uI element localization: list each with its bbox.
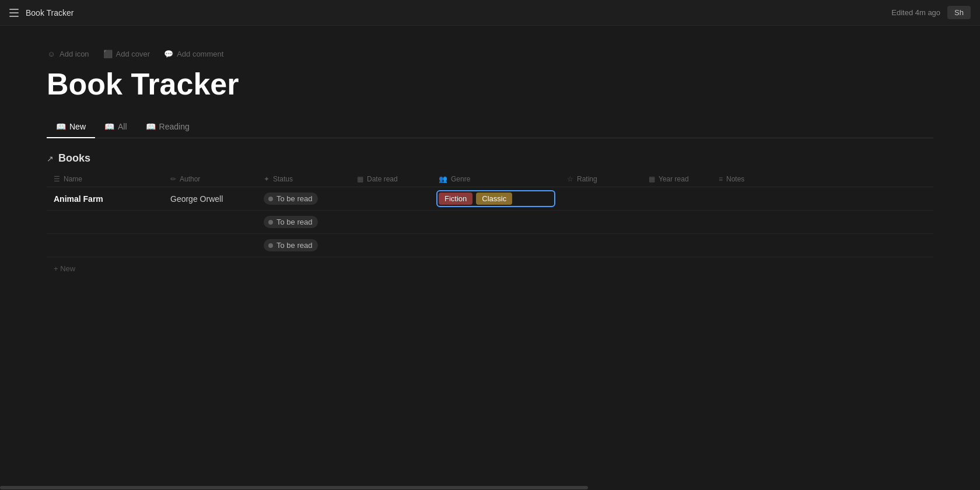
status-dot: [268, 220, 273, 225]
new-row-button[interactable]: + New: [47, 260, 82, 278]
status-badge: To be read: [264, 192, 318, 205]
cell-rating[interactable]: [560, 187, 642, 211]
table-row: To be read: [47, 234, 933, 257]
add-icon-button[interactable]: ☺ Add icon: [47, 49, 89, 58]
table-row: Animal Farm George Orwell To be read: [47, 187, 933, 211]
col-header-rating[interactable]: ☆ Rating: [560, 172, 642, 187]
tab-reading[interactable]: 📖 Reading: [136, 117, 199, 138]
genre-badge-fiction: Fiction: [439, 192, 473, 205]
col-header-name[interactable]: ☰ Name: [47, 172, 163, 187]
tabs-container: 📖 New 📖 All 📖 Reading: [47, 117, 933, 138]
share-button[interactable]: Sh: [947, 6, 971, 19]
author-col-icon: ✏: [170, 175, 176, 183]
add-comment-button[interactable]: 💬 Add comment: [164, 49, 223, 58]
cell-name[interactable]: [47, 211, 163, 234]
topbar: Book Tracker Edited 4m ago Sh: [0, 0, 980, 26]
tab-reading-icon: 📖: [146, 122, 156, 131]
tab-new[interactable]: 📖 New: [47, 117, 95, 138]
page-title: Book Tracker: [47, 68, 933, 101]
status-badge: To be read: [264, 216, 318, 228]
col-dateread-label: Date read: [367, 175, 398, 183]
cell-yearread[interactable]: [642, 211, 712, 234]
cell-name[interactable]: Animal Farm: [47, 187, 163, 211]
scrollbar-thumb[interactable]: [0, 486, 588, 489]
cell-status[interactable]: To be read: [257, 234, 350, 257]
add-cover-button[interactable]: ⬛ Add cover: [103, 49, 150, 58]
name-col-icon: ☰: [54, 175, 60, 183]
main-content: ☺ Add icon ⬛ Add cover 💬 Add comment Boo…: [0, 26, 980, 301]
cell-dateread[interactable]: [350, 187, 432, 211]
cell-genre[interactable]: [432, 234, 560, 257]
page-actions: ☺ Add icon ⬛ Add cover 💬 Add comment: [47, 49, 933, 58]
tab-all[interactable]: 📖 All: [95, 117, 136, 138]
status-col-icon: ✦: [264, 175, 270, 183]
cell-rating[interactable]: [560, 234, 642, 257]
table-body: Animal Farm George Orwell To be read: [47, 187, 933, 257]
status-dot: [268, 243, 273, 248]
cell-status[interactable]: To be read: [257, 211, 350, 234]
cell-author[interactable]: George Orwell: [163, 187, 257, 211]
add-comment-label: Add comment: [177, 50, 223, 58]
col-header-author[interactable]: ✏ Author: [163, 172, 257, 187]
cell-dateread[interactable]: [350, 211, 432, 234]
cell-dateread[interactable]: [350, 234, 432, 257]
status-dot: [268, 197, 273, 201]
cell-genre[interactable]: Fiction Classic: [432, 187, 560, 211]
yearread-col-icon: ▦: [649, 175, 655, 183]
cell-name[interactable]: [47, 234, 163, 257]
image-icon: ⬛: [103, 49, 113, 58]
status-value: To be read: [276, 194, 312, 203]
status-value: To be read: [276, 218, 312, 226]
col-name-label: Name: [64, 175, 82, 183]
cell-yearread[interactable]: [642, 234, 712, 257]
tab-reading-label: Reading: [159, 122, 190, 131]
cell-yearread[interactable]: [642, 187, 712, 211]
cell-rating[interactable]: [560, 211, 642, 234]
topbar-left: Book Tracker: [9, 8, 74, 18]
col-author-label: Author: [180, 175, 200, 183]
books-section: ↗ Books ☰ Name ✏ Author: [47, 152, 933, 278]
edited-timestamp: Edited 4m ago: [891, 8, 940, 17]
col-header-status[interactable]: ✦ Status: [257, 172, 350, 187]
topbar-right: Edited 4m ago Sh: [891, 6, 971, 19]
add-icon-label: Add icon: [60, 50, 89, 58]
status-badge: To be read: [264, 239, 318, 251]
section-title: Books: [58, 152, 90, 164]
comment-icon: 💬: [164, 49, 173, 58]
tab-all-icon: 📖: [104, 122, 114, 131]
cell-notes[interactable]: [712, 187, 933, 211]
cell-notes[interactable]: [712, 211, 933, 234]
cell-author[interactable]: [163, 234, 257, 257]
topbar-title: Book Tracker: [26, 8, 74, 18]
col-rating-label: Rating: [577, 175, 597, 183]
col-header-dateread[interactable]: ▦ Date read: [350, 172, 432, 187]
table-row: To be read: [47, 211, 933, 234]
tab-new-icon: 📖: [56, 122, 66, 131]
table-header-row: ☰ Name ✏ Author ✦ Status: [47, 172, 933, 187]
smiley-icon: ☺: [47, 49, 56, 58]
genre-badge-classic: Classic: [476, 192, 512, 205]
cell-notes[interactable]: [712, 234, 933, 257]
genre-cell: Fiction Classic: [439, 192, 553, 205]
cell-author[interactable]: [163, 211, 257, 234]
cell-genre[interactable]: [432, 211, 560, 234]
cell-status[interactable]: To be read: [257, 187, 350, 211]
tab-all-label: All: [118, 122, 127, 131]
dateread-col-icon: ▦: [357, 175, 363, 183]
status-value: To be read: [276, 241, 312, 250]
menu-icon[interactable]: [9, 9, 19, 17]
col-genre-label: Genre: [451, 175, 470, 183]
add-cover-label: Add cover: [116, 50, 150, 58]
col-header-notes[interactable]: ≡ Notes: [712, 172, 933, 187]
section-header: ↗ Books: [47, 152, 933, 164]
col-header-genre[interactable]: 👥 Genre: [432, 172, 560, 187]
tab-new-label: New: [69, 122, 86, 131]
genre-col-icon: 👥: [439, 175, 447, 183]
col-header-yearread[interactable]: ▦ Year read: [642, 172, 712, 187]
col-notes-label: Notes: [726, 175, 744, 183]
book-author-value: George Orwell: [170, 194, 223, 204]
book-name-value: Animal Farm: [54, 194, 103, 204]
scrollbar-track[interactable]: [0, 485, 980, 490]
notes-col-icon: ≡: [719, 175, 723, 183]
section-arrow-icon: ↗: [47, 154, 54, 163]
